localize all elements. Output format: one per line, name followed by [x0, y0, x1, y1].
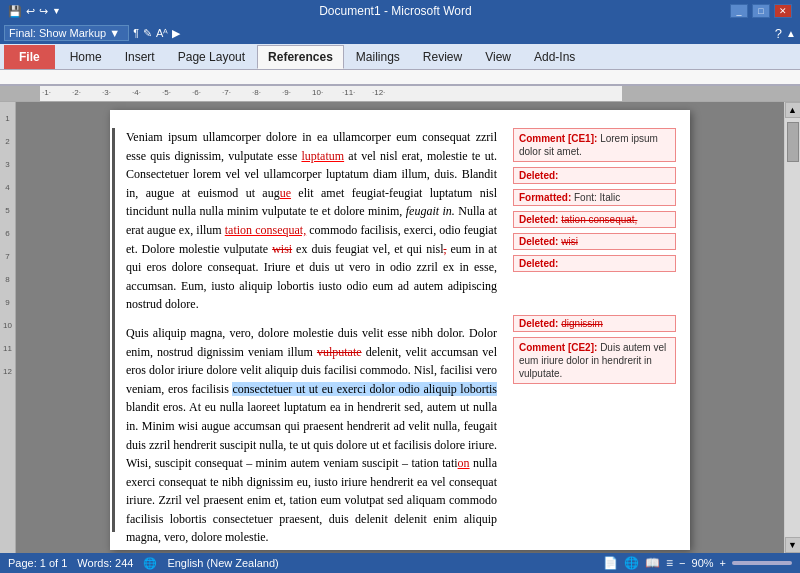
status-right: 📄 🌐 📖 ≡ − 90% +: [603, 556, 792, 570]
window-title: Document1 - Microsoft Word: [61, 4, 730, 18]
horizontal-ruler: ·1· ·2· ·3· ·4· ·5· ·6· ·7· ·8· ·9· 10· …: [0, 86, 800, 102]
paragraph-2: Quis aliquip magna, vero, dolore molesti…: [126, 324, 497, 547]
deleted-2-text: tation consequat,: [561, 214, 637, 225]
comment-ce1: Comment [CE1]: Lorem ipsum dolor sit ame…: [513, 128, 676, 162]
quick-access-toolbar: 💾 ↩ ↪ ▼: [8, 5, 61, 18]
markup-ue: ue: [280, 186, 291, 200]
document-page: Veniam ipsum ullamcorper dolore in ea ul…: [110, 110, 690, 550]
formatted-1: Formatted: Font: Italic: [513, 189, 676, 206]
view-outline-icon[interactable]: ≡: [666, 556, 673, 570]
markup-wisi: wisi: [272, 242, 292, 256]
deleted-5: Deleted: dignissim: [513, 315, 676, 332]
ribbon-tab-bar: File Home Insert Page Layout References …: [0, 44, 800, 70]
qa-arrow[interactable]: ▶: [172, 27, 180, 40]
markup-dignissim: vulputate: [317, 345, 362, 359]
view-read-icon[interactable]: 📖: [645, 556, 660, 570]
zoom-slider[interactable]: [732, 561, 792, 565]
comments-column: Comment [CE1]: Lorem ipsum dolor sit ame…: [511, 128, 676, 553]
deleted-5-text: dignissim: [561, 318, 603, 329]
deleted-5-label: Deleted:: [519, 318, 558, 329]
deleted-3-label: Deleted:: [519, 236, 558, 247]
format-icon[interactable]: ✎: [143, 27, 152, 40]
markup-comma: ,: [443, 242, 446, 256]
tab-references[interactable]: References: [257, 45, 344, 69]
maximize-button[interactable]: □: [752, 4, 770, 18]
deleted-1: Deleted:: [513, 167, 676, 184]
markup-tation: tation consequat,: [225, 223, 306, 237]
page-info: Page: 1 of 1: [8, 557, 67, 569]
tab-review[interactable]: Review: [412, 45, 473, 69]
minimize-button[interactable]: _: [730, 4, 748, 18]
tab-view[interactable]: View: [474, 45, 522, 69]
help-icon[interactable]: ?: [775, 26, 782, 41]
markup-feugait-in: feugait in.: [406, 204, 455, 218]
language-info: English (New Zealand): [167, 557, 278, 569]
close-button[interactable]: ✕: [774, 4, 792, 18]
status-bar: Page: 1 of 1 Words: 244 🌐 English (New Z…: [0, 553, 800, 573]
dropdown-icon[interactable]: ▼: [52, 6, 61, 16]
scroll-up-button[interactable]: ▲: [785, 102, 801, 118]
tab-page-layout[interactable]: Page Layout: [167, 45, 256, 69]
language-icon[interactable]: 🌐: [143, 557, 157, 570]
scroll-thumb[interactable]: [787, 122, 799, 162]
deleted-2-label: Deleted:: [519, 214, 558, 225]
zoom-level: 90%: [692, 557, 714, 569]
ribbon-toggle[interactable]: ▲: [786, 28, 796, 39]
tab-home[interactable]: Home: [59, 45, 113, 69]
quick-access-bar: Final: Show Markup ▼ ¶ ✎ Aᴬ ▶ ? ▲: [0, 22, 800, 44]
zoom-in-button[interactable]: +: [720, 557, 726, 569]
deleted-4: Deleted:: [513, 255, 676, 272]
deleted-3: Deleted: wisi: [513, 233, 676, 250]
words-info: Words: 244: [77, 557, 133, 569]
deleted-1-label: Deleted:: [519, 170, 558, 181]
scroll-track: [785, 118, 800, 537]
markup-luptatum: luptatum: [301, 149, 344, 163]
zoom-out-button[interactable]: −: [679, 557, 685, 569]
comment-ce1-label: Comment [CE1]:: [519, 133, 597, 144]
aa-icon[interactable]: Aᴬ: [156, 27, 168, 40]
paragraph-1: Veniam ipsum ullamcorper dolore in ea ul…: [126, 128, 497, 314]
document-area: Veniam ipsum ullamcorper dolore in ea ul…: [16, 102, 784, 553]
deleted-3-text: wisi: [561, 236, 578, 247]
show-markup-icon[interactable]: ¶: [133, 27, 139, 39]
scroll-down-button[interactable]: ▼: [785, 537, 801, 553]
tab-insert[interactable]: Insert: [114, 45, 166, 69]
ribbon-content: [0, 70, 800, 86]
undo-icon[interactable]: ↩: [26, 5, 35, 18]
tab-mailings[interactable]: Mailings: [345, 45, 411, 69]
document-text: Veniam ipsum ullamcorper dolore in ea ul…: [126, 128, 505, 553]
comment-ce2-label: Comment [CE2]:: [519, 342, 597, 353]
deleted-2: Deleted: tation consequat,: [513, 211, 676, 228]
formatted-1-label: Formatted:: [519, 192, 571, 203]
vertical-ruler: 1 2 3 4 5 6 7 8 9 10 11 12: [0, 102, 16, 553]
save-icon[interactable]: 💾: [8, 5, 22, 18]
window-controls: _ □ ✕: [730, 4, 792, 18]
deleted-4-label: Deleted:: [519, 258, 558, 269]
redo-icon[interactable]: ↪: [39, 5, 48, 18]
markup-dropdown[interactable]: Final: Show Markup ▼: [4, 25, 129, 41]
vertical-scrollbar: ▲ ▼: [784, 102, 800, 553]
view-print-icon[interactable]: 📄: [603, 556, 618, 570]
view-web-icon[interactable]: 🌐: [624, 556, 639, 570]
tab-file[interactable]: File: [4, 45, 55, 69]
title-bar: 💾 ↩ ↪ ▼ Document1 - Microsoft Word _ □ ✕: [0, 0, 800, 22]
comment-ce2: Comment [CE2]: Duis autem vel eum iriure…: [513, 337, 676, 384]
markup-consectetuer: consectetuer ut ut eu exerci dolor odio …: [232, 382, 497, 396]
formatted-1-text: Font: Italic: [574, 192, 620, 203]
tab-add-ins[interactable]: Add-Ins: [523, 45, 586, 69]
markup-on: on: [458, 456, 470, 470]
